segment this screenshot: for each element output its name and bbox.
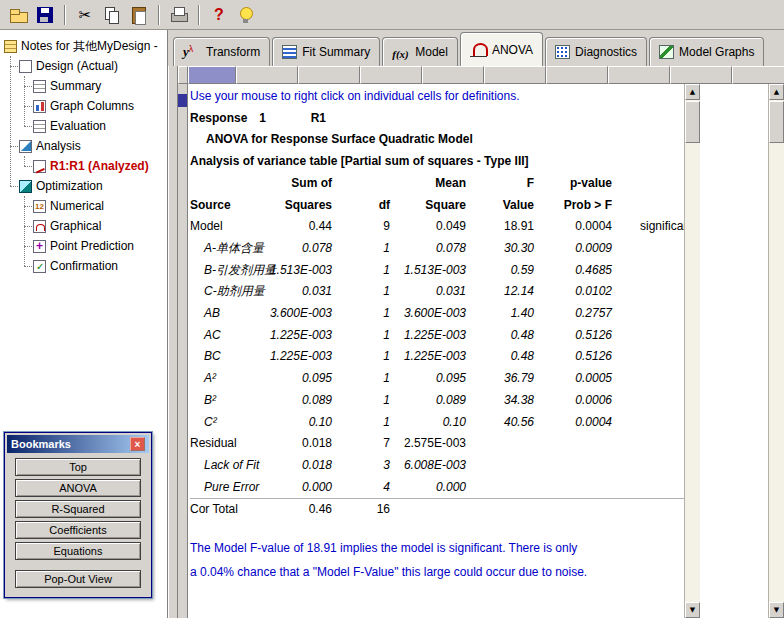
scrollbar-thumb[interactable] (685, 101, 700, 143)
cell-source[interactable]: B-引发剂用量 (190, 260, 250, 282)
cell-f[interactable]: 30.30 (466, 238, 534, 260)
cell-ss[interactable]: 0.095 (250, 368, 332, 390)
tree-item-point-prediction[interactable]: Point Prediction (0, 236, 167, 256)
cell-note[interactable] (612, 477, 684, 499)
tree-item-graphical[interactable]: Graphical (0, 216, 167, 236)
cell-df[interactable]: 1 (332, 238, 390, 260)
cell-ms[interactable]: 3.600E-003 (390, 303, 466, 325)
cell-note[interactable] (612, 346, 684, 368)
anova-table-row[interactable]: BC1.225E-00311.225E-0030.480.5126 (190, 346, 684, 368)
tree-item-notes-for-mydesign[interactable]: Notes for 其他MyDesign - (0, 36, 167, 56)
cell-p[interactable]: 0.4685 (534, 260, 612, 282)
cell-f[interactable] (466, 499, 534, 521)
cell-f[interactable]: 0.59 (466, 260, 534, 282)
cell-p[interactable]: 0.0009 (534, 238, 612, 260)
cell-ms[interactable]: 2.575E-003 (390, 433, 466, 455)
cell-note[interactable] (612, 455, 684, 477)
anova-table-row[interactable]: B²0.08910.08934.380.0006 (190, 390, 684, 412)
cell-p[interactable]: 0.0004 (534, 412, 612, 434)
tree-item-graph-columns[interactable]: Graph Columns (0, 96, 167, 116)
cell-df[interactable]: 9 (332, 216, 390, 238)
cell-df[interactable]: 1 (332, 368, 390, 390)
scrollbar-thumb[interactable] (769, 101, 784, 143)
tree-item-design-actual[interactable]: Design (Actual) (0, 56, 167, 76)
anova-table-row[interactable]: B-引发剂用量1.513E-00311.513E-0030.590.4685 (190, 260, 684, 282)
cell-f[interactable]: 1.40 (466, 303, 534, 325)
cell-source[interactable]: Model (190, 216, 250, 238)
grid-column-header[interactable] (360, 66, 422, 84)
cell-note[interactable] (612, 433, 684, 455)
anova-table-row[interactable]: A-单体含量0.07810.07830.300.0009 (190, 238, 684, 260)
row-header-strip[interactable] (178, 84, 188, 618)
tree-item-analysis[interactable]: Analysis (0, 136, 167, 156)
cell-f[interactable]: 0.48 (466, 325, 534, 347)
anova-table-row[interactable]: C²0.1010.1040.560.0004 (190, 412, 684, 434)
anova-table-row[interactable]: AB3.600E-00313.600E-0031.400.2757 (190, 303, 684, 325)
cell-note[interactable]: significant (612, 216, 684, 238)
tree-item-confirmation[interactable]: Confirmation (0, 256, 167, 276)
tips-icon[interactable] (234, 3, 258, 27)
cell-df[interactable]: 7 (332, 433, 390, 455)
tree-item-optimization[interactable]: Optimization (0, 176, 167, 196)
cell-ss[interactable]: 3.600E-003 (250, 303, 332, 325)
cell-p[interactable]: 0.0004 (534, 216, 612, 238)
grid-column-header[interactable] (188, 66, 236, 84)
grid-column-header[interactable] (298, 66, 360, 84)
cell-p[interactable] (534, 433, 612, 455)
scroll-up-icon[interactable] (769, 84, 784, 100)
bookmark-button-equations[interactable]: Equations (15, 542, 141, 560)
tab-transform[interactable]: Transform (173, 37, 270, 66)
cell-ms[interactable]: 0.10 (390, 412, 466, 434)
cell-ms[interactable]: 6.008E-003 (390, 455, 466, 477)
cell-ss[interactable]: 0.44 (250, 216, 332, 238)
cell-note[interactable] (612, 238, 684, 260)
cell-source[interactable]: C-助剂用量 (190, 281, 250, 303)
cell-source[interactable]: BC (190, 346, 250, 368)
cell-source[interactable]: Pure Error (190, 477, 250, 499)
tree-item-evaluation[interactable]: Evaluation (0, 116, 167, 136)
tree-item-r1-r1-analyzed[interactable]: R1:R1 (Analyzed) (0, 156, 167, 176)
cell-ms[interactable]: 0.049 (390, 216, 466, 238)
bookmark-button-top[interactable]: Top (15, 458, 141, 476)
cell-p[interactable]: 0.5126 (534, 346, 612, 368)
anova-table-row[interactable]: C-助剂用量0.03110.03112.140.0102 (190, 281, 684, 303)
cell-source[interactable]: A² (190, 368, 250, 390)
tab-anova[interactable]: ANOVA (460, 32, 543, 66)
grid-column-header[interactable] (670, 66, 732, 84)
cell-f[interactable] (466, 455, 534, 477)
cell-f[interactable] (466, 433, 534, 455)
cell-source[interactable]: AB (190, 303, 250, 325)
bookmarks-title-bar[interactable]: Bookmarks (7, 435, 149, 453)
cell-ms[interactable]: 0.095 (390, 368, 466, 390)
cell-f[interactable]: 34.38 (466, 390, 534, 412)
grid-column-header[interactable] (608, 66, 670, 84)
bookmark-button-anova[interactable]: ANOVA (15, 479, 141, 497)
paste-icon[interactable] (127, 3, 151, 27)
cell-ss[interactable]: 1.225E-003 (250, 325, 332, 347)
cell-ms[interactable]: 0.078 (390, 238, 466, 260)
window-scrollbar[interactable] (768, 84, 784, 618)
anova-table-row[interactable]: Residual0.01872.575E-003 (190, 433, 684, 455)
pane-splitter[interactable] (168, 66, 178, 618)
cell-note[interactable] (612, 260, 684, 282)
cut-icon[interactable] (73, 3, 97, 27)
cell-source[interactable]: AC (190, 325, 250, 347)
tree-item-numerical[interactable]: Numerical (0, 196, 167, 216)
close-icon[interactable] (130, 437, 145, 451)
cell-p[interactable] (534, 477, 612, 499)
save-icon[interactable] (33, 3, 57, 27)
cell-source[interactable]: B² (190, 390, 250, 412)
cell-ms[interactable]: 1.225E-003 (390, 346, 466, 368)
anova-table-row[interactable]: Lack of Fit0.01836.008E-003 (190, 455, 684, 477)
anova-table-row[interactable]: Pure Error0.00040.000 (190, 477, 684, 499)
cell-note[interactable] (612, 303, 684, 325)
cell-f[interactable]: 12.14 (466, 281, 534, 303)
cell-df[interactable]: 4 (332, 477, 390, 499)
cell-ms[interactable]: 1.513E-003 (390, 260, 466, 282)
grid-column-header[interactable] (732, 66, 784, 84)
tab-model-graphs[interactable]: Model Graphs (649, 37, 764, 66)
cell-ms[interactable]: 0.089 (390, 390, 466, 412)
scroll-up-icon[interactable] (685, 84, 700, 100)
grid-column-header[interactable] (422, 66, 484, 84)
bookmark-button-pop-out-view[interactable]: Pop-Out View (15, 570, 141, 588)
